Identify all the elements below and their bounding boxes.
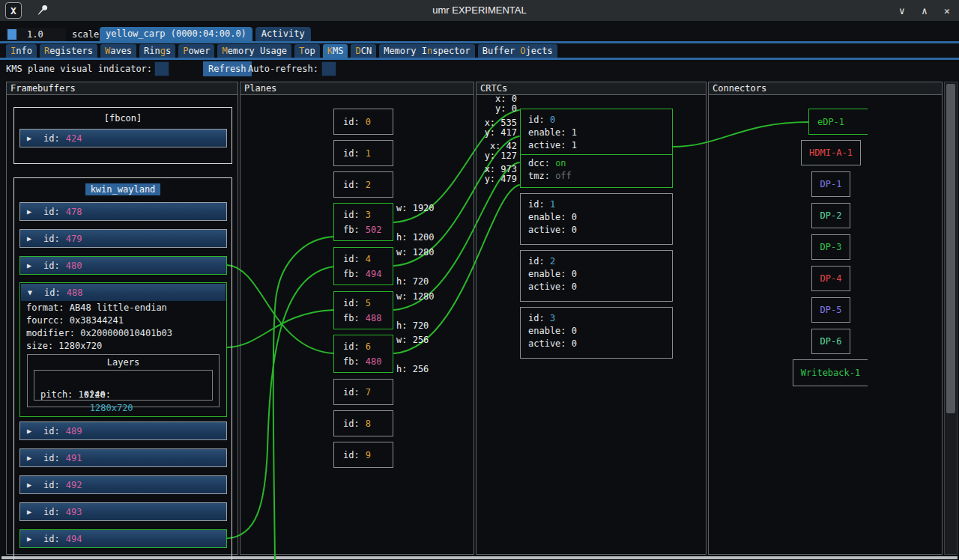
tabbar-underline-2 [0,58,959,60]
tab-device-yellow-carp[interactable]: yellow_carp (0000:04:00.0) [100,27,252,41]
plane5-height-label: h: 720 [396,321,429,331]
fb-id-label: id: [43,453,60,463]
maximize-button[interactable]: ∧ [919,5,931,16]
framebuffers-panel-header: Framebuffers [7,82,238,95]
fb-size-line: size: 1280x720 [26,340,226,353]
fb-id-label: id: [43,207,60,217]
plane-id-value: 2 [366,180,371,190]
connector-label: DP-4 [820,273,842,284]
framebuffer-row-479[interactable]: ▶ id: 479 [19,229,227,248]
plane-box-9[interactable]: id: 9 [333,442,393,468]
crtc-box-3[interactable]: id: 3 enable: 0 active: 0 [520,307,673,359]
framebuffer-row-494[interactable]: ▶ id: 494 [19,529,227,548]
connector-dp6[interactable]: DP-6 [811,329,850,354]
connector-edp1[interactable]: eDP-1 [808,109,868,135]
tab-memory-usage[interactable]: Memory Usage [217,44,291,58]
kwin-title: kwin_wayland [85,183,161,195]
connector-writeback-1[interactable]: Writeback-1 [793,359,868,386]
scale-drag-handle[interactable] [7,29,16,40]
fb-id-value: 489 [66,426,82,436]
expand-arrow-icon: ▶ [27,481,36,489]
plane-box-1[interactable]: id: 1 [333,140,393,166]
crtc-box-1[interactable]: id: 1 enable: 0 active: 0 [520,193,673,245]
fb-id-value: 493 [66,507,82,517]
tab-activity[interactable]: Activity [255,27,311,41]
plane-box-2[interactable]: id: 2 [333,171,393,198]
connector-label: DP-3 [820,242,842,252]
tmz-value: off [555,171,572,181]
tab-waves[interactable]: Waves [100,44,136,58]
plane-box-4[interactable]: id:4 fb:494 [333,247,393,285]
connector-dp5[interactable]: DP-5 [811,297,850,323]
plane-id-value: 1 [366,148,371,159]
window-title: umr EXPERIMENTAL [0,0,959,21]
framebuffer-row-424[interactable]: ▶ id: 424 [19,129,227,147]
plane4-width-label: w: 1280 [396,248,435,258]
autorefresh-label: Auto-refresh: [248,61,318,76]
crtc-box-0[interactable]: id: 0 enable: 1 active: 1 dcc: on tmz: o… [520,109,673,188]
page-tab-bar: Info Registers Waves Rings Power Memory … [6,44,557,58]
connector-dp1[interactable]: DP-1 [811,171,850,197]
tab-rings[interactable]: Rings [139,44,175,58]
plane-fb-value: 502 [366,225,382,235]
connector-dp4[interactable]: DP-4 [811,266,850,291]
layers-groupbox: Layers size: 1280x720 pitch: 10240 [27,354,220,407]
connector-dp3[interactable]: DP-3 [811,234,850,260]
minimize-button[interactable]: ∨ [896,5,908,16]
plane-id-value: 5 [366,298,371,308]
crtc-enable-line: enable: 0 [528,325,672,338]
crtc-box-2[interactable]: id: 2 enable: 0 active: 0 [520,250,673,302]
framebuffer-row-480[interactable]: ▶ id: 480 [19,256,227,275]
kwin-title-wrap: kwin_wayland [13,183,232,195]
plane-id-value: 3 [366,210,371,220]
tab-power[interactable]: Power [178,44,214,58]
expand-arrow-icon: ▶ [27,427,36,435]
plane-id-label: id: [343,117,360,127]
fb-id-value: 479 [66,234,82,244]
fb-id-value: 480 [66,261,82,271]
plane-box-8[interactable]: id: 8 [333,410,393,436]
fb-id-label: id: [43,480,60,490]
plane4-height-label: h: 720 [396,277,429,287]
plane-box-0[interactable]: id: 0 [333,109,393,135]
tab-top[interactable]: Top [294,44,320,58]
plane-box-5[interactable]: id:5 fb:488 [333,291,393,329]
plane-id-label: id: [343,180,360,190]
close-button[interactable]: ✕ [941,5,953,16]
tab-memory-inspector[interactable]: Memory Inspector [379,44,475,58]
connector-dp2[interactable]: DP-2 [811,203,850,228]
tab-dcn[interactable]: DCN [351,44,376,58]
kms-indicator-checkbox[interactable] [154,61,169,76]
framebuffer-row-488[interactable]: ▼ id: 488 [21,284,226,301]
crtc-active-line: active: 0 [528,281,672,293]
framebuffer-row-492[interactable]: ▶ id: 492 [19,475,227,494]
plane6-height-label: h: 256 [396,365,429,374]
plane-box-3[interactable]: id:3 fb:502 [333,203,393,241]
plane-box-6[interactable]: id:6 fb:480 [333,335,393,373]
expand-arrow-icon: ▶ [27,207,36,216]
plane-box-7[interactable]: id: 7 [333,379,393,405]
layers-title: Layers [28,355,219,368]
scale-input[interactable]: 1.0 [6,28,66,41]
framebuffer-row-491[interactable]: ▶ id: 491 [19,448,227,467]
framebuffer-row-478[interactable]: ▶ id: 478 [19,202,227,221]
framebuffer-row-493[interactable]: ▶ id: 493 [19,502,227,521]
tab-registers[interactable]: Registers [40,44,97,58]
expand-arrow-icon: ▶ [27,508,36,516]
expand-arrow-icon: ▶ [27,535,36,543]
title-bar: X umr EXPERIMENTAL ∨ ∧ ✕ [0,0,959,21]
refresh-button[interactable]: Refresh [203,61,252,76]
layer-size-line: size: 1280x720 [40,374,212,388]
fb-id-label: id: [43,534,60,544]
vertical-scrollbar-thumb[interactable] [946,84,955,413]
autorefresh-checkbox[interactable] [321,61,336,76]
tab-kms[interactable]: KMS [323,44,348,58]
plane3-width-label: w: 1920 [396,204,435,213]
plane6-width-label: w: 256 [396,335,429,345]
tab-buffer-ojects[interactable]: Buffer Ojects [478,44,557,58]
crtc-enable-line: enable: 0 [528,268,672,281]
framebuffer-row-489[interactable]: ▶ id: 489 [19,421,227,440]
connector-hdmi-a-1[interactable]: HDMI-A-1 [801,140,861,165]
fb-id-value: 488 [67,287,83,298]
tab-info[interactable]: Info [6,44,37,58]
